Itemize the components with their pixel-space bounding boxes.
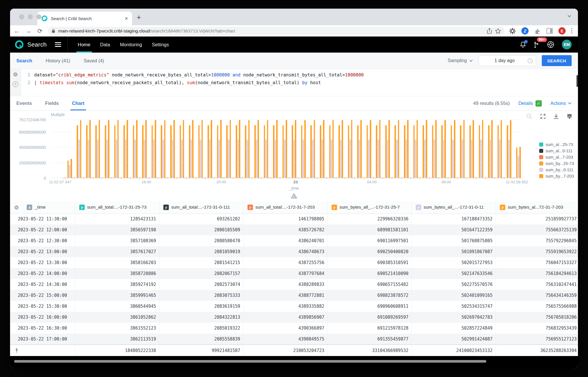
search-tab-history[interactable]: History (41) xyxy=(46,58,70,64)
bar-group[interactable] xyxy=(128,120,138,178)
results-tab-chart[interactable]: Chart xyxy=(72,96,84,110)
query-line-1[interactable]: 1dataset="cribl_edge_metrics" node_netwo… xyxy=(21,71,578,79)
bar-group[interactable] xyxy=(352,120,362,178)
column-header[interactable]: ysum_bytes_all_...-172-31-25-7 xyxy=(327,201,411,213)
bar-group[interactable] xyxy=(156,120,166,178)
search-tab-saved[interactable]: Saved (4) xyxy=(84,58,104,64)
bar-group[interactable] xyxy=(296,120,306,178)
details-toggle[interactable]: Details ✓ xyxy=(518,100,541,107)
window-traffic-lights[interactable] xyxy=(19,14,41,19)
bar-group[interactable] xyxy=(194,120,203,178)
download-icon[interactable] xyxy=(553,113,559,120)
bar-group[interactable] xyxy=(474,120,483,178)
table-row[interactable]: 2023-05-22 13:00:00385761702720810590194… xyxy=(10,246,578,257)
bar-group[interactable] xyxy=(63,120,72,178)
bookmark-star-icon[interactable] xyxy=(495,28,501,34)
bar-group[interactable] xyxy=(511,120,521,178)
legend-item[interactable]: sum_al...0-111 xyxy=(539,149,574,153)
bar-group[interactable] xyxy=(72,120,82,178)
browser-menu-icon[interactable] xyxy=(571,28,572,34)
bar-group[interactable] xyxy=(362,120,371,178)
panel-resize-handle[interactable] xyxy=(291,193,297,199)
editor-scrollbar[interactable] xyxy=(577,75,578,87)
bar-group[interactable] xyxy=(371,120,381,178)
bar-group[interactable] xyxy=(380,120,390,178)
bar-group[interactable] xyxy=(100,120,109,178)
search-button[interactable]: SEARCH xyxy=(542,55,572,66)
bar-group[interactable] xyxy=(418,120,427,178)
bar-group[interactable] xyxy=(502,120,511,178)
app-nav-item-home[interactable]: Home xyxy=(73,36,95,53)
table-row[interactable]: 2023-05-22 14:30:00385927419220825730744… xyxy=(10,279,578,290)
bar-group[interactable] xyxy=(287,120,297,178)
column-header[interactable]: ysum_bytes_all_...-172-31-0-11 xyxy=(411,201,496,213)
app-nav-item-monitoring[interactable]: Monitoring xyxy=(115,36,147,53)
zoom-window-button[interactable] xyxy=(36,14,41,19)
bar-group[interactable] xyxy=(483,120,493,178)
table-row[interactable]: 2023-05-22 15:30:00386054494520836191594… xyxy=(10,301,578,312)
chart-plot-area[interactable] xyxy=(52,120,523,178)
results-tab-events[interactable]: Events xyxy=(16,96,32,110)
table-row[interactable]: 2023-05-22 12:30:00385710836920805804704… xyxy=(10,235,578,246)
table-row[interactable]: 2023-05-22 13:30:00385816620320815412154… xyxy=(10,257,578,268)
table-row[interactable]: 2023-05-22 11:30:00128542313169326120214… xyxy=(10,213,578,224)
bar-group[interactable] xyxy=(278,120,287,178)
column-header[interactable]: ysum_all_total:...-172-31-0-111 xyxy=(159,201,243,213)
hamburger-menu-icon[interactable] xyxy=(52,36,68,53)
z-extension-icon[interactable]: Z xyxy=(521,27,529,34)
column-header[interactable]: ysum_bytes_al...72-31-7-203 xyxy=(496,201,578,213)
horizontal-scrollbar[interactable] xyxy=(14,360,486,363)
reload-button[interactable]: ⟳ xyxy=(36,28,43,34)
query-line-2[interactable]: 2| timestats sum(node_network_receive_pa… xyxy=(21,79,578,87)
expand-icon[interactable] xyxy=(540,113,546,120)
bar-group[interactable] xyxy=(212,120,222,178)
legend-item[interactable]: sum_al...25-73 xyxy=(539,142,574,147)
share-icon[interactable] xyxy=(487,28,492,34)
bar-group[interactable] xyxy=(240,120,250,178)
legend-item[interactable]: sum_by...25-73 xyxy=(539,161,574,166)
bar-group[interactable] xyxy=(409,120,418,178)
bar-group[interactable] xyxy=(493,120,502,178)
bar-group[interactable] xyxy=(119,120,128,178)
bar-group[interactable] xyxy=(147,120,156,178)
column-header[interactable]: ⚙x_time xyxy=(10,201,75,213)
forward-button[interactable]: → xyxy=(25,28,32,34)
legend-item[interactable]: sum_by...7-203 xyxy=(539,174,574,178)
table-row[interactable]: 2023-05-22 12:00:00385659719820801055094… xyxy=(10,224,578,235)
legend-item[interactable]: sum_by...0-111 xyxy=(539,168,574,172)
bar-group[interactable] xyxy=(427,120,437,178)
bar-group[interactable] xyxy=(343,120,353,178)
search-tab-search[interactable]: Search xyxy=(16,58,32,64)
cribl-brand[interactable]: Search xyxy=(10,36,52,53)
url-text[interactable]: main-relaxed-kirch-7pwcx3t.cribl-staging… xyxy=(58,28,235,34)
chart-style-brush-icon[interactable] xyxy=(566,113,573,120)
bar-group[interactable] xyxy=(437,120,446,178)
bar-group[interactable] xyxy=(175,120,184,178)
editor-settings-gear-icon[interactable]: ⚙ xyxy=(13,71,18,78)
bar-group[interactable] xyxy=(109,120,119,178)
actions-dropdown[interactable]: Actions xyxy=(550,101,572,106)
bar-group[interactable] xyxy=(231,120,240,178)
query-code[interactable]: 1dataset="cribl_edge_metrics" node_netwo… xyxy=(21,69,578,96)
query-editor[interactable]: ⚙ ? 1dataset="cribl_edge_metrics" node_n… xyxy=(10,69,578,96)
bar-group[interactable] xyxy=(399,120,409,178)
tab-search-chevron-icon[interactable] xyxy=(567,14,572,18)
time-range-input[interactable]: 1 day ago xyxy=(479,55,536,66)
bar-group[interactable] xyxy=(306,120,315,178)
side-panel-icon[interactable] xyxy=(546,28,553,34)
editor-help-icon[interactable]: ? xyxy=(13,81,18,87)
sun-extension-icon[interactable] xyxy=(509,28,516,34)
tab-close-icon[interactable]: × xyxy=(125,16,128,21)
bar-group[interactable] xyxy=(268,120,278,178)
app-nav-item-settings[interactable]: Settings xyxy=(147,36,174,53)
results-tab-fields[interactable]: Fields xyxy=(45,96,59,110)
bar-group[interactable] xyxy=(184,120,194,178)
legend-item[interactable]: sum_al...7-203 xyxy=(539,155,574,159)
bar-group[interactable] xyxy=(455,120,465,178)
back-button[interactable]: ← xyxy=(13,28,20,34)
details-checkbox-icon[interactable]: ✓ xyxy=(535,100,542,107)
bar-group[interactable] xyxy=(249,120,259,178)
notifications-bell[interactable] xyxy=(520,41,526,48)
new-tab-button[interactable]: + xyxy=(137,13,141,22)
bar-group[interactable] xyxy=(334,120,343,178)
